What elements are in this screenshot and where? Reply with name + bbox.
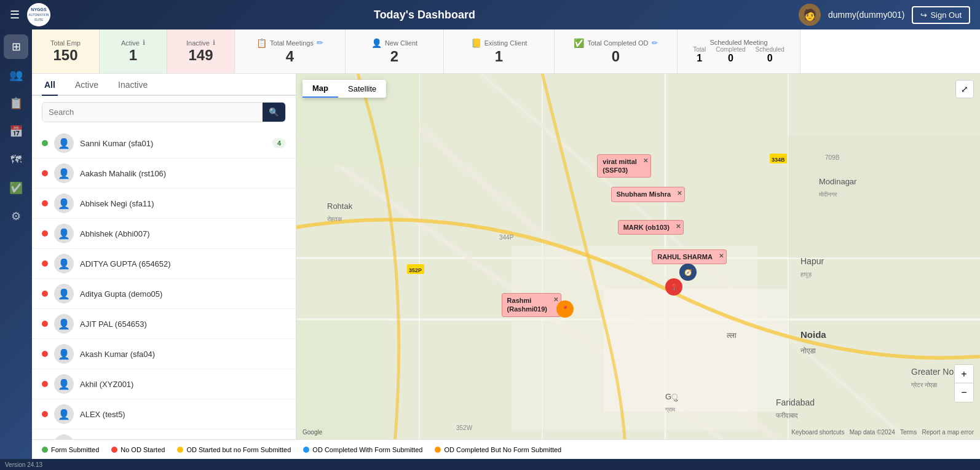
avatar: 👤 (54, 284, 74, 304)
nav-right: 🧑 dummy(dummy001) ↪ Sign Out (799, 4, 970, 26)
logo: NYGGSAUTOMATIONSUITE (27, 3, 50, 26)
avatar: 👤 (54, 133, 74, 153)
employee-name: AJIT PAL (654653) (80, 319, 286, 329)
popup-virat[interactable]: virat mittal(SSF03) ✕ (597, 154, 651, 178)
employee-name: ADITYA GUPTA (654652) (80, 259, 286, 268)
svg-rect-11 (604, 289, 788, 412)
sidebar-item-calendar[interactable]: 📅 (4, 119, 28, 144)
list-item[interactable]: 👤 AJIT PAL (654653) (32, 309, 296, 339)
sidebar-item-map[interactable]: 🗺 (4, 147, 28, 172)
stat-existing-client: 📒 Existing Client 1 (444, 29, 555, 73)
map-background: Rohtak रोहतक Modinagar मोदीनगर Hapur हाप… (296, 74, 980, 439)
search-button[interactable]: 🔍 (263, 103, 285, 122)
existing-client-label: Existing Client (484, 39, 528, 47)
status-indicator (42, 140, 48, 146)
status-footer: Form Submitted No OD Started OD Started … (32, 439, 980, 459)
hamburger-icon[interactable]: ☰ (10, 8, 20, 22)
edit-icon[interactable]: ✏ (317, 38, 323, 47)
list-item[interactable]: 👤 Abhishek (Abhi007) (32, 219, 296, 249)
scheduled-scheduled: Scheduled 0 (756, 46, 784, 64)
popup-close-mark[interactable]: ✕ (676, 222, 681, 230)
pin-cluster-3[interactable]: 📍 (556, 300, 574, 318)
od-started-dot (177, 447, 183, 453)
active-value: 1 (129, 47, 137, 64)
svg-text:Faridabad: Faridabad (776, 398, 815, 407)
list-item[interactable]: 👤 Akhil (XYZ001) (32, 369, 296, 399)
svg-text:फरीदाबाद: फरीदाबाद (775, 412, 798, 419)
svg-text:ल्ला: ल्ला (726, 331, 737, 340)
sidebar-item-dashboard[interactable]: ⊞ (4, 34, 28, 59)
avatar: 👤 (54, 404, 74, 424)
status-indicator (42, 351, 48, 357)
popup-close-shubham[interactable]: ✕ (677, 189, 682, 197)
avatar: 👤 (54, 374, 74, 394)
inactive-label: Inactive (186, 39, 210, 47)
scheduled-total: Total 1 (693, 46, 706, 64)
stat-total-meetings: 📋 Total Meetings ✏ 4 (235, 29, 346, 73)
bottom-panel: All Active Inactive 🔍 (32, 74, 980, 439)
list-item[interactable]: 👤 Sanni Kumar (sfa01) 4 (32, 128, 296, 159)
sign-out-icon: ↪ (920, 10, 927, 20)
left-panel: All Active Inactive 🔍 (32, 74, 296, 439)
stats-bar: Total Emp 150 Active ℹ 1 Inactive ℹ 149 (32, 29, 980, 74)
map-area: Rohtak रोहतक Modinagar मोदीनगर Hapur हाप… (296, 74, 980, 439)
popup-rashmi[interactable]: Rashmi(Rashmi019) ✕ (502, 293, 561, 317)
status-indicator (42, 200, 48, 206)
list-item[interactable]: 👤 Aakash Mahalik (rst106) (32, 159, 296, 189)
list-item[interactable]: 👤 ALEX (ab104) (32, 429, 296, 439)
existing-client-icon: 📒 (471, 38, 481, 48)
od-completed-form-dot (303, 447, 309, 453)
nav-left: ☰ NYGGSAUTOMATIONSUITE (10, 3, 50, 26)
status-od-completed-no-form: OD Completed But No Form Submitted (435, 446, 561, 453)
search-input[interactable] (42, 103, 285, 122)
tab-active[interactable]: Active (73, 74, 101, 96)
svg-text:Modinagar: Modinagar (819, 177, 857, 186)
map-terms: Keyboard shortcuts Map data ©2024 Terms … (791, 429, 974, 436)
map-tabs: Map Satellite (302, 80, 386, 98)
sidebar-item-people[interactable]: 👥 (4, 63, 28, 87)
list-item[interactable]: 👤 Abhisek Negi (sfa11) (32, 189, 296, 219)
popup-close-rashmi[interactable]: ✕ (553, 296, 558, 304)
total-od-value: 0 (612, 48, 620, 65)
employee-name: Akash Kumar (sfa04) (80, 350, 286, 359)
map-zoom-in[interactable]: + (955, 365, 973, 383)
list-item[interactable]: 👤 ADITYA GUPTA (654652) (32, 249, 296, 279)
svg-text:ग्रेटर नोएडा: ग्रेटर नोएडा (911, 382, 938, 389)
no-od-dot (111, 447, 117, 453)
content-area: Total Emp 150 Active ℹ 1 Inactive ℹ 149 (32, 29, 980, 459)
popup-close-sharma[interactable]: ✕ (719, 252, 724, 260)
sidebar-item-settings[interactable]: ⚙ (4, 204, 28, 229)
svg-text:रोहतक: रोहतक (326, 216, 342, 222)
popup-sharma[interactable]: RAHUL SHARMA ✕ (652, 249, 727, 264)
od-edit-icon[interactable]: ✏ (652, 39, 658, 47)
avatar: 👤 (54, 194, 74, 213)
list-item[interactable]: 👤 Akash Kumar (sfa04) (32, 339, 296, 369)
avatar: 👤 (54, 344, 74, 364)
tab-inactive[interactable]: Inactive (116, 74, 150, 96)
map-zoom-out[interactable]: − (955, 383, 973, 402)
avatar: 👤 (54, 314, 74, 334)
map-fullscreen-button[interactable]: ⤢ (955, 80, 974, 98)
list-item[interactable]: 👤 Aditya Gupta (demo05) (32, 279, 296, 309)
map-attribution: Google (302, 429, 322, 436)
sidebar-item-attendance[interactable]: ✅ (4, 176, 28, 200)
sidebar-item-reports[interactable]: 📋 (4, 91, 28, 116)
popup-close-virat[interactable]: ✕ (643, 157, 648, 165)
map-tab-map[interactable]: Map (302, 80, 338, 98)
total-emp-label: Total Emp (50, 39, 81, 47)
tab-all[interactable]: All (42, 74, 58, 96)
employee-name: Akhil (XYZ001) (80, 380, 286, 389)
od-completed-no-form-dot (435, 447, 441, 453)
stat-new-client: 👤 New Client 2 (346, 29, 444, 73)
employee-list: 👤 Sanni Kumar (sfa01) 4 👤 Aakash Mahalik… (32, 128, 296, 439)
stat-total-emp: Total Emp 150 (32, 29, 100, 73)
popup-shubham[interactable]: Shubham Mishra ✕ (611, 187, 686, 202)
map-tab-satellite[interactable]: Satellite (338, 80, 386, 98)
employee-name: Abhisek Negi (sfa11) (80, 199, 286, 208)
svg-text:352W: 352W (456, 425, 473, 431)
pin-cluster-1[interactable]: 🧭 (679, 264, 697, 281)
scheduled-label: Scheduled Meeting (709, 39, 767, 46)
sign-out-button[interactable]: ↪ Sign Out (912, 6, 970, 24)
popup-mark[interactable]: MARK (ob103) ✕ (618, 220, 684, 235)
list-item[interactable]: 👤 ALEX (test5) (32, 399, 296, 429)
